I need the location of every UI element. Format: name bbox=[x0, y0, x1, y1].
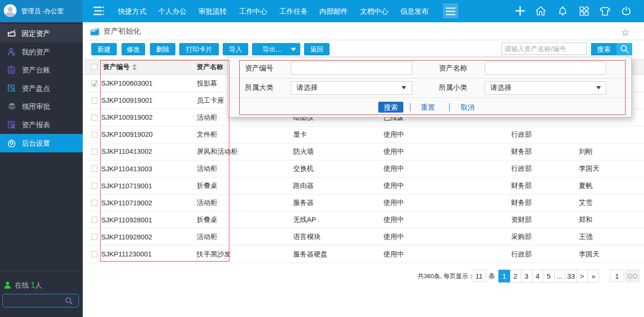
svg-text:?: ? bbox=[12, 125, 13, 128]
